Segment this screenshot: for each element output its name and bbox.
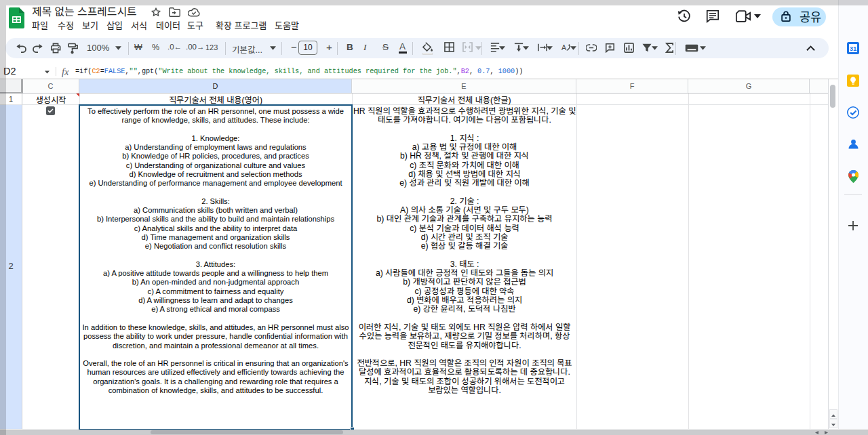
svg-text:A: A [561, 43, 566, 51]
svg-text:31: 31 [850, 45, 857, 52]
